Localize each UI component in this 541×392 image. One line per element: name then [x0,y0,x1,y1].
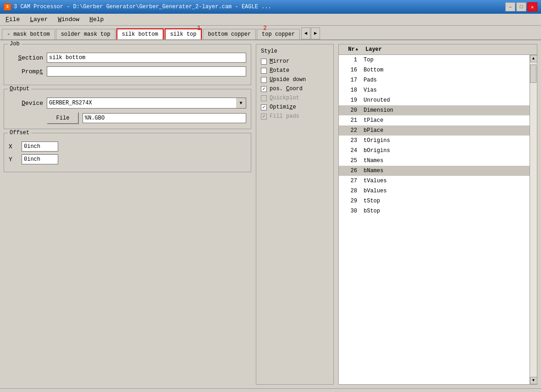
scroll-down-button[interactable]: ▼ [530,377,537,384]
prompt-label: Prompt [9,68,43,75]
layer-row[interactable]: 29tStop [339,196,530,206]
section-label: Section [9,54,43,61]
device-select[interactable]: GERBER_RS274X GERBER_RS274D EXCELLON [47,98,246,109]
upside-down-checkbox[interactable] [261,77,267,83]
quickplot-checkbox[interactable] [261,95,267,101]
menu-help[interactable]: Help [87,15,106,24]
offset-x-label: X [9,143,18,150]
close-button[interactable]: ✕ [527,2,537,11]
layer-row[interactable]: 24bOrigins [339,146,530,156]
minimize-button[interactable]: – [505,2,515,11]
prompt-input[interactable] [47,66,246,76]
left-panel: Job Section Prompt Output Device GE [4,44,251,385]
menu-file[interactable]: File [3,15,22,24]
layer-row[interactable]: 27tValues [339,176,530,186]
content-row: Job Section Prompt Output Device GE [4,44,537,385]
layer-list-container: 1Top 16Bottom 17Pads 18Vias 19Unrouted 2… [339,55,537,384]
output-group: Output Device GERBER_RS274X GERBER_RS274… [4,89,251,129]
sort-arrow-icon: ▲ [356,47,358,52]
tab-bottom-copper[interactable]: bottom copper [203,29,256,39]
layer-panel: Nr ▲ Layer 1Top 16Bottom 17Pads 18Vias 1… [338,44,537,385]
cb-pos-coord-row: pos. Coord [261,86,329,92]
scroll-thumb[interactable] [530,65,536,83]
optimize-label: Optimize [270,104,296,110]
quickplot-label: Quickplot [270,95,299,101]
output-group-title: Output [8,86,31,92]
maximize-button[interactable]: □ [516,2,526,11]
job-group-title: Job [8,41,22,47]
rotate-label: Rotate [270,67,289,74]
layer-row[interactable]: 20Dimension [339,105,530,115]
layer-scrollbar: ▲ ▼ [530,55,537,384]
bottom-bar: 3 Process Job Process Section Descriptio… [0,388,541,392]
cb-quickplot-row: Quickplot [261,95,329,101]
layer-col-layer: Layer [362,46,537,53]
layer-row[interactable]: 16Bottom [339,65,530,75]
menu-window[interactable]: Window [55,15,82,24]
cb-fill-pads-row: Fill pads [261,113,329,120]
offset-y-input[interactable] [22,154,58,164]
layer-col-nr: Nr ▲ [339,46,362,53]
cb-rotate-row: Rotate [261,67,329,74]
layer-row[interactable]: 23tOrigins [339,136,530,146]
title-bar: 3 3 CAM Processor - D:\Gerber Generator\… [0,0,541,14]
style-panel: Style Mirror Rotate Upside down pos. Coo… [256,44,334,385]
section-row: Section [9,53,246,63]
upside-down-label: Upside down [270,76,306,83]
layer-row[interactable]: 17Pads [339,75,530,85]
tab-silk-bottom[interactable]: silk bottom [116,28,164,39]
tab-solder-mask-bottom[interactable]: - mask bottom [2,29,55,39]
title-text: 3 CAM Processor - D:\Gerber Generator\Ge… [14,4,271,10]
layer-row[interactable]: 28bValues [339,186,530,196]
menu-bar: File Layer Window Help [0,14,541,26]
tab-scroll-right[interactable]: ► [311,27,320,39]
layer-row[interactable]: 21tPlace [339,115,530,125]
main-content: Job Section Prompt Output Device GE [0,40,541,388]
tab-solder-mask-top[interactable]: solder mask top [56,29,116,39]
layer-list: 1Top 16Bottom 17Pads 18Vias 19Unrouted 2… [339,55,530,384]
fill-pads-label: Fill pads [270,113,299,120]
layer-row[interactable]: 30bStop [339,206,530,216]
job-group: Job Section Prompt [4,44,251,85]
offset-y-row: Y [9,154,246,164]
cb-optimize-row: Optimize [261,104,329,110]
title-bar-left: 3 3 CAM Processor - D:\Gerber Generator\… [4,3,271,11]
pos-coord-label: pos. Coord [270,86,303,92]
mirror-label: Mirror [270,58,289,65]
offset-x-row: X [9,142,246,152]
optimize-checkbox[interactable] [261,104,267,110]
offset-group: Offset X Y [4,133,251,172]
layer-row[interactable]: 26bNames [339,166,530,176]
rotate-checkbox[interactable] [261,68,267,74]
file-input[interactable] [83,113,246,123]
cb-mirror-row: Mirror [261,58,329,65]
device-label: Device [9,100,43,107]
offset-group-title: Offset [8,130,31,136]
title-bar-controls: – □ ✕ [505,2,537,11]
prompt-row: Prompt [9,66,246,76]
tab-silk-top[interactable]: silk top [165,28,202,39]
layer-row[interactable]: 18Vias [339,85,530,95]
scroll-up-button[interactable]: ▲ [530,55,537,62]
layer-row[interactable]: 25tNames [339,156,530,166]
tab-bar: 1 2 - mask bottom solder mask top silk b… [0,26,541,40]
menu-layer[interactable]: Layer [27,15,50,24]
device-row: Device GERBER_RS274X GERBER_RS274D EXCEL… [9,98,246,109]
mirror-checkbox[interactable] [261,59,267,65]
scroll-track [530,62,537,377]
cb-upside-down-row: Upside down [261,76,329,83]
layer-header: Nr ▲ Layer [339,44,537,55]
file-row: File [9,112,246,124]
pos-coord-checkbox[interactable] [261,86,267,92]
layer-row[interactable]: 22bPlace [339,125,530,136]
offset-x-input[interactable] [22,142,58,152]
style-title: Style [261,48,329,54]
device-select-wrapper: GERBER_RS274X GERBER_RS274D EXCELLON ▼ [47,98,246,109]
layer-row[interactable]: 19Unrouted [339,95,530,105]
offset-y-label: Y [9,156,18,163]
layer-row[interactable]: 1Top [339,55,530,65]
fill-pads-checkbox[interactable] [261,114,267,120]
tab-scroll-left[interactable]: ◄ [301,27,310,39]
file-button[interactable]: File [47,112,79,124]
section-input[interactable] [47,53,246,63]
